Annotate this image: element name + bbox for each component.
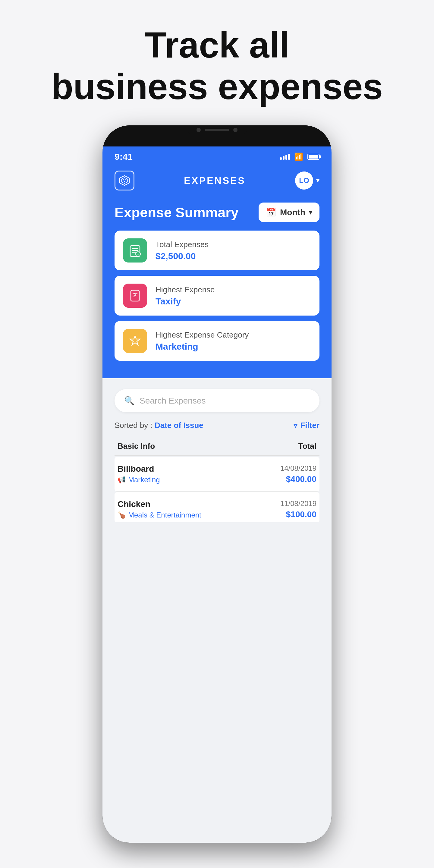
period-arrow-icon: ▾ [309,209,312,216]
filter-button[interactable]: ▿ Filter [293,421,319,430]
filter-label: Filter [300,421,319,430]
expenses-list-section: 🔍 Search Expenses Sorted by : Date of Is… [102,378,332,531]
expense-name-billboard: Billboard [118,464,160,474]
expense-summary-section: Expense Summary 📅 Month ▾ [102,199,332,378]
chevron-down-icon: ▾ [316,177,319,184]
expense-name-chicken: Chicken [118,499,201,509]
total-expenses-content: Total Expenses $2,500.00 [156,240,209,261]
highest-expense-value: Taxify [156,296,215,307]
app-title: EXPENSES [184,175,246,186]
summary-header: Expense Summary 📅 Month ▾ [115,203,319,222]
highest-expense-icon: $ [123,284,147,308]
svg-marker-14 [130,336,140,345]
highest-category-label: Highest Expense Category [156,330,249,340]
period-label: Month [280,208,305,217]
signal-bar-4 [288,154,290,160]
phone-mockup: 9:41 📶 [102,125,332,843]
signal-bar-1 [280,157,282,160]
phone-notch [102,125,332,147]
table-header: Basic Info Total [115,437,319,456]
camera-dot [196,128,201,132]
col-basic-info: Basic Info [118,441,155,451]
highest-expense-content: Highest Expense Taxify [156,285,215,307]
search-bar[interactable]: 🔍 Search Expenses [115,389,319,412]
signal-bar-3 [285,155,287,160]
total-expenses-icon: + [123,239,147,262]
expense-left-chicken: Chicken 🍗 Meals & Entertainment [118,499,201,519]
highest-category-content: Highest Expense Category Marketing [156,330,249,352]
expense-right-billboard: 14/08/2019 $400.00 [280,464,316,484]
logo-badge: V [115,170,134,190]
search-input[interactable]: Search Expenses [140,396,206,406]
hero-line2: business expenses [51,66,383,107]
sort-prefix: Sorted by : [115,421,155,430]
expense-row-billboard[interactable]: Billboard 📢 Marketing 14/08/2019 $400.00 [115,457,319,492]
filter-icon: ▿ [293,421,297,430]
signal-bars [280,154,290,160]
expense-category-label-billboard: Marketing [128,475,160,484]
svg-text:+: + [137,253,139,256]
signal-bar-2 [283,156,284,160]
battery-fill [309,155,318,158]
svg-text:$: $ [134,292,136,297]
highest-category-card: Highest Expense Category Marketing [115,321,319,361]
expense-amount-billboard: $400.00 [280,474,316,484]
highest-category-value: Marketing [156,341,249,352]
expense-date-billboard: 14/08/2019 [280,464,316,472]
user-avatar[interactable]: LO [295,172,313,190]
expense-right-chicken: 11/08/2019 $100.00 [280,499,316,519]
highest-category-icon [123,329,147,353]
period-picker[interactable]: 📅 Month ▾ [258,203,319,222]
expense-row-chicken[interactable]: Chicken 🍗 Meals & Entertainment 11/08/20… [115,492,319,522]
calendar-icon: 📅 [266,207,276,217]
search-icon: 🔍 [124,396,135,406]
status-icons: 📶 [280,153,319,161]
meals-icon: 🍗 [118,511,126,519]
status-time: 9:41 [115,152,133,162]
sort-row: Sorted by : Date of Issue ▿ Filter [115,421,319,430]
phone-screen: 9:41 📶 [102,147,332,843]
user-profile-area[interactable]: LO ▾ [295,172,319,190]
app-header: V EXPENSES LO ▾ [102,164,332,199]
camera-area [187,125,247,134]
total-expenses-card: + Total Expenses $2,500.00 [115,230,319,270]
wifi-icon: 📶 [294,153,303,161]
speaker-slot [205,129,229,131]
expense-amount-chicken: $100.00 [280,510,316,519]
status-bar: 9:41 📶 [102,147,332,164]
expense-category-chicken: 🍗 Meals & Entertainment [118,511,201,519]
col-total: Total [299,441,316,451]
highest-expense-label: Highest Expense [156,285,215,294]
marketing-icon: 📢 [118,476,126,484]
svg-text:V: V [123,179,126,183]
hero-section: Track all business expenses [51,24,383,107]
expense-left-billboard: Billboard 📢 Marketing [118,464,160,484]
hero-line1: Track all [145,25,289,65]
total-expenses-value: $2,500.00 [156,251,209,261]
battery-icon [307,154,319,160]
expense-category-billboard: 📢 Marketing [118,475,160,484]
total-expenses-label: Total Expenses [156,240,209,249]
expense-date-chicken: 11/08/2019 [280,499,316,508]
phone-frame: 9:41 📶 [102,125,332,843]
sort-field[interactable]: Date of Issue [155,421,204,430]
camera-dot-2 [233,128,238,132]
highest-expense-card: $ Highest Expense Taxify [115,276,319,315]
sort-by-label: Sorted by : Date of Issue [115,421,204,430]
summary-title: Expense Summary [115,204,239,221]
expense-category-label-chicken: Meals & Entertainment [128,511,201,519]
